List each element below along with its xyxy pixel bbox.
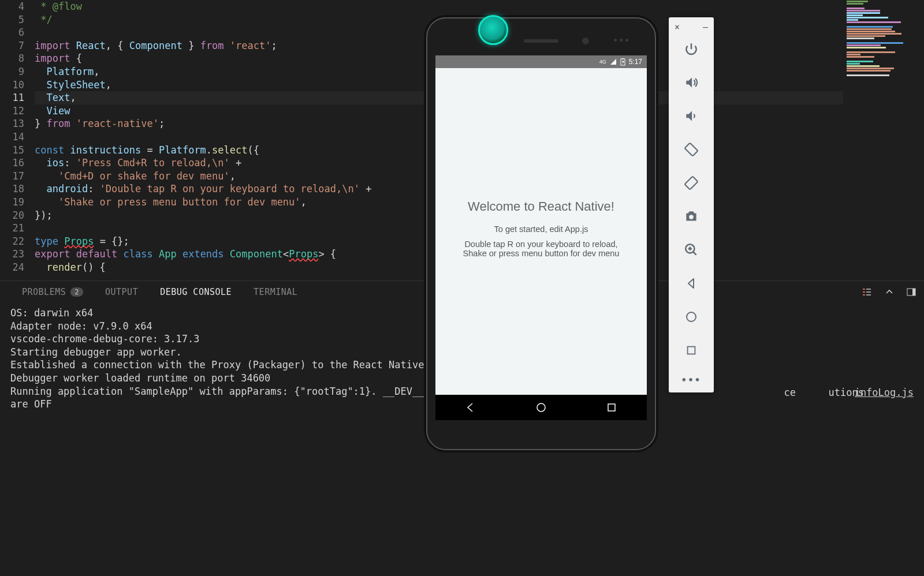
zoom-icon[interactable] <box>684 242 699 257</box>
svg-rect-9 <box>685 143 698 156</box>
svg-rect-8 <box>608 404 615 411</box>
nav-back-button[interactable] <box>464 401 477 414</box>
home-icon[interactable] <box>684 309 699 324</box>
rotate-left-icon[interactable] <box>684 142 699 157</box>
app-content[interactable]: Welcome to React Native! To get started,… <box>435 68 647 395</box>
phone-speaker <box>524 39 558 43</box>
svg-rect-1 <box>863 291 865 293</box>
rotate-right-icon[interactable] <box>684 175 699 190</box>
svg-rect-4 <box>912 289 915 296</box>
line-number-gutter: 456789101112131415161718192021222324 <box>0 0 35 280</box>
status-bar: 4G 5:17 <box>435 55 647 68</box>
infolog-link[interactable]: infoLog.js <box>855 387 914 398</box>
svg-rect-0 <box>863 289 865 290</box>
collapse-panel-icon[interactable] <box>885 287 894 297</box>
clock: 5:17 <box>629 58 642 66</box>
volume-down-icon[interactable] <box>684 109 699 124</box>
svg-point-13 <box>687 312 696 321</box>
svg-rect-2 <box>863 294 865 296</box>
overview-icon[interactable] <box>684 343 699 358</box>
svg-rect-6 <box>622 58 624 59</box>
clear-console-icon[interactable] <box>862 287 872 297</box>
battery-icon <box>620 58 625 66</box>
emulator-toolbar: × — ••• <box>669 17 714 392</box>
phone-frame: 4G 5:17 Welcome to React Native! To get … <box>426 17 656 450</box>
screenshot-icon[interactable] <box>684 209 699 224</box>
panel-layout-icon[interactable] <box>907 287 916 297</box>
phone-dots <box>614 39 628 42</box>
volume-up-icon[interactable] <box>684 75 699 90</box>
welcome-title: Welcome to React Native! <box>468 199 614 214</box>
instructions-text: Double tap R on your keyboard to reload,… <box>463 240 620 258</box>
signal-icon <box>610 58 617 65</box>
back-icon[interactable] <box>684 276 699 291</box>
nav-home-button[interactable] <box>535 401 547 414</box>
debug-orb-icon[interactable] <box>478 15 508 45</box>
console-trail-text: ce <box>784 387 796 398</box>
svg-rect-10 <box>685 177 698 190</box>
android-emulator: 4G 5:17 Welcome to React Native! To get … <box>426 17 715 467</box>
network-label: 4G <box>599 59 606 65</box>
tab-terminal[interactable]: TERMINAL <box>254 287 297 297</box>
problems-count-badge: 2 <box>70 287 83 297</box>
emulator-more-button[interactable]: ••• <box>681 375 702 386</box>
phone-screen[interactable]: 4G 5:17 Welcome to React Native! To get … <box>435 55 647 420</box>
minimap[interactable] <box>843 0 924 280</box>
nav-recent-button[interactable] <box>605 401 618 414</box>
emulator-minimize-button[interactable]: — <box>703 22 708 32</box>
android-nav-bar <box>435 395 647 420</box>
panel-actions <box>862 281 916 303</box>
svg-rect-14 <box>688 347 695 354</box>
tab-problems[interactable]: PROBLEMS 2 <box>22 287 83 297</box>
emulator-close-button[interactable]: × <box>675 22 680 32</box>
power-icon[interactable] <box>684 42 699 57</box>
tab-debug-console[interactable]: DEBUG CONSOLE <box>160 287 232 297</box>
phone-sensor <box>582 38 589 44</box>
get-started-text: To get started, edit App.js <box>494 225 588 234</box>
tab-output[interactable]: OUTPUT <box>105 287 138 297</box>
svg-point-7 <box>537 403 545 412</box>
svg-point-11 <box>689 215 694 219</box>
tab-problems-label: PROBLEMS <box>22 287 66 297</box>
